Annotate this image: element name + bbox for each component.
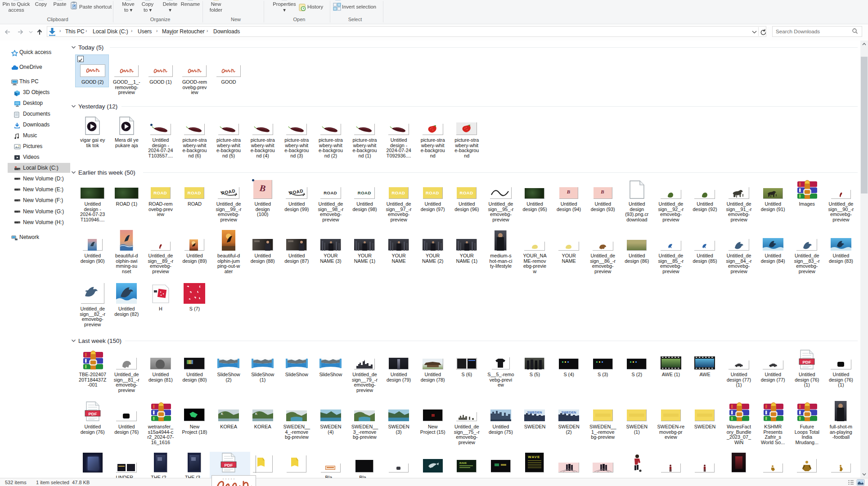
svg-text:PDF: PDF [224, 463, 233, 468]
svg-text:PDF: PDF [803, 360, 811, 364]
svg-text:K: K [221, 412, 223, 415]
svg-text:SWEDEN: SWEDEN [527, 410, 542, 414]
svg-text:K: K [255, 412, 257, 415]
svg-text:PDF: PDF [88, 411, 97, 416]
svg-text:SWEDEN: SWEDEN [561, 410, 576, 414]
